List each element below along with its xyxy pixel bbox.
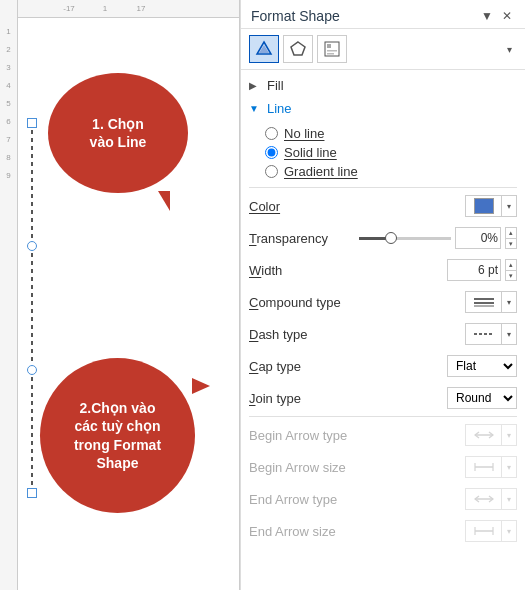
width-input[interactable]: [447, 259, 501, 281]
pentagon-icon-svg: [289, 40, 307, 58]
dash-dropdown-arrow[interactable]: ▾: [502, 324, 516, 344]
transparency-label: Transparency: [249, 231, 359, 246]
toolbar-expand-btn[interactable]: ▾: [501, 41, 517, 57]
transparency-spin-up[interactable]: ▴: [505, 227, 517, 238]
ruler-left-mark: 7: [6, 130, 10, 148]
begin-arrow-size-arrow[interactable]: ▾: [502, 457, 516, 477]
compound-dropdown[interactable]: ▾: [465, 291, 517, 313]
dash-icon[interactable]: [466, 324, 502, 344]
handle-top: [27, 118, 37, 128]
join-type-text: oin type: [256, 391, 302, 406]
line-section-header[interactable]: ▼ Line: [241, 97, 525, 120]
no-line-label: No line: [284, 126, 324, 141]
handle-bottom: [27, 488, 37, 498]
transparency-control: ▴ ▾: [359, 227, 517, 249]
ruler-marks: -17 1 17: [60, 4, 150, 13]
line-section-title: Line: [267, 101, 292, 116]
compound-type-row: Compound type ▾: [241, 286, 525, 318]
end-arrow-size-label: End Arrow size: [249, 524, 359, 539]
panel-dropdown-btn[interactable]: ▼: [479, 8, 495, 24]
text-effects-icon[interactable]: [317, 35, 347, 63]
compound-icon[interactable]: [466, 292, 502, 312]
dashed-segment-3: [31, 377, 33, 486]
transparency-row: Transparency ▴ ▾: [241, 222, 525, 254]
text-icon-svg: [323, 40, 341, 58]
ruler-corner: [0, 0, 18, 18]
fill-icon-svg: [255, 40, 273, 58]
shape-effects-icon[interactable]: [283, 35, 313, 63]
solid-line-radio[interactable]: [265, 146, 278, 159]
width-row: Width ▴ ▾: [241, 254, 525, 286]
compound-dropdown-arrow[interactable]: ▾: [502, 292, 516, 312]
dashed-segment-1: [31, 130, 33, 239]
cap-type-select[interactable]: Flat Round Square: [447, 355, 517, 377]
solid-line-option[interactable]: Solid line: [265, 143, 501, 162]
end-arrow-svg: [473, 492, 495, 506]
ruler-left-mark: 9: [6, 166, 10, 184]
transparency-slider[interactable]: [359, 237, 451, 240]
color-swatch[interactable]: [466, 196, 502, 216]
gradient-line-option[interactable]: Gradient line: [265, 162, 501, 181]
compound-type-control: ▾: [359, 291, 517, 313]
callout-2-text: 2.Chọn vào các tuỳ chọn trong Format Sha…: [74, 399, 161, 472]
width-control: ▴ ▾: [359, 259, 517, 281]
transparency-spinner: ▴ ▾: [505, 227, 517, 249]
begin-arrow-size-label: Begin Arrow size: [249, 460, 359, 475]
ruler-mark: [78, 4, 96, 13]
line-options: No line Solid line Gradient line: [241, 120, 525, 185]
transparency-input[interactable]: [455, 227, 501, 249]
end-arrow-size-arrow[interactable]: ▾: [502, 521, 516, 541]
dashed-segment-2: [31, 253, 33, 362]
svg-rect-5: [327, 50, 337, 52]
compound-type-label: Compound type: [249, 295, 359, 310]
end-size-svg: [473, 524, 495, 538]
gradient-line-radio[interactable]: [265, 165, 278, 178]
gradient-line-label: Gradient line: [284, 164, 358, 179]
end-arrow-size-row: End Arrow size ▾: [241, 515, 525, 547]
width-spin-down[interactable]: ▾: [505, 270, 517, 281]
ruler-left-mark: 4: [6, 76, 10, 94]
dash-type-u: D: [249, 327, 258, 342]
no-line-option[interactable]: No line: [265, 124, 501, 143]
ruler-left: 1 2 3 4 5 6 7 8 9: [0, 18, 18, 590]
end-arrow-size-dropdown[interactable]: ▾: [465, 520, 517, 542]
begin-arrow-size-row: Begin Arrow size ▾: [241, 451, 525, 483]
cap-type-label: Cap type: [249, 359, 359, 374]
begin-arrow-size-icon: [466, 457, 502, 477]
compound-icon-svg: [473, 295, 495, 309]
ruler-left-mark: 2: [6, 40, 10, 58]
slider-track[interactable]: [359, 237, 451, 240]
ruler-left-mark: 6: [6, 112, 10, 130]
svg-rect-6: [327, 53, 334, 55]
handle-middle-2: [27, 365, 37, 375]
panel-header: Format Shape ▼ ✕: [241, 0, 525, 29]
begin-arrow-type-control: ▾: [359, 424, 517, 446]
end-arrow-type-dropdown[interactable]: ▾: [465, 488, 517, 510]
fill-section-header[interactable]: ▶ Fill: [241, 74, 525, 97]
width-spin-up[interactable]: ▴: [505, 259, 517, 270]
ruler-top: -17 1 17: [0, 0, 239, 18]
icon-toolbar: ▾: [241, 29, 525, 70]
ruler-mark: 17: [132, 4, 150, 13]
color-dropdown[interactable]: ▾: [465, 195, 517, 217]
begin-arrow-type-dropdown[interactable]: ▾: [465, 424, 517, 446]
end-arrow-type-arrow[interactable]: ▾: [502, 489, 516, 509]
join-type-control: Round Bevel Miter: [359, 387, 517, 409]
begin-arrow-type-label: Begin Arrow type: [249, 428, 359, 443]
color-dropdown-arrow[interactable]: ▾: [502, 196, 516, 216]
ruler-mark: 1: [96, 4, 114, 13]
begin-arrow-svg: [473, 428, 495, 442]
begin-arrow-size-dropdown[interactable]: ▾: [465, 456, 517, 478]
color-row: Color ▾: [241, 190, 525, 222]
svg-marker-2: [291, 42, 305, 55]
slider-handle[interactable]: [385, 232, 397, 244]
fill-effects-icon[interactable]: [249, 35, 279, 63]
begin-arrow-type-row: Begin Arrow type ▾: [241, 419, 525, 451]
join-type-select[interactable]: Round Bevel Miter: [447, 387, 517, 409]
ruler-left-mark: 8: [6, 148, 10, 166]
no-line-radio[interactable]: [265, 127, 278, 140]
panel-close-btn[interactable]: ✕: [499, 8, 515, 24]
begin-arrow-type-arrow[interactable]: ▾: [502, 425, 516, 445]
dash-dropdown[interactable]: ▾: [465, 323, 517, 345]
transparency-spin-down[interactable]: ▾: [505, 238, 517, 249]
